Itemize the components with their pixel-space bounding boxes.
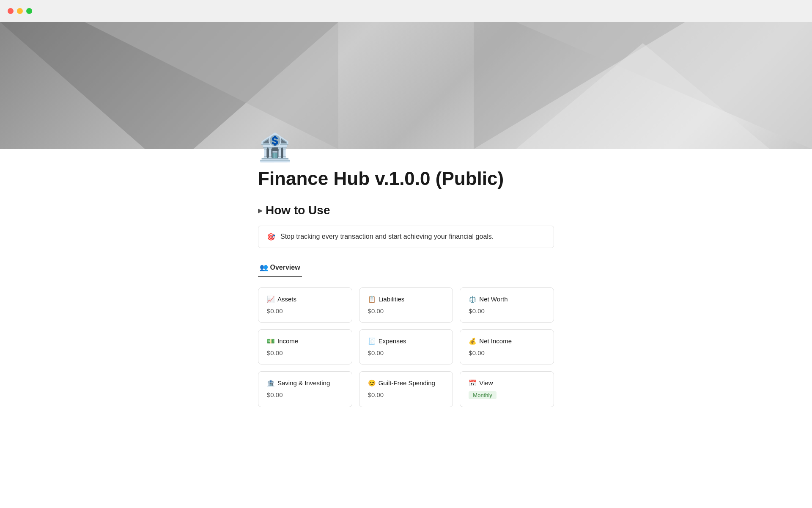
card-view-monthly[interactable]: 📅 View Monthly bbox=[460, 371, 554, 407]
close-button[interactable] bbox=[8, 8, 14, 14]
net-income-value: $0.00 bbox=[469, 349, 545, 356]
expenses-icon: 🧾 bbox=[368, 337, 376, 345]
saving-label: Saving & Investing bbox=[277, 379, 330, 387]
net-income-label: Net Income bbox=[479, 337, 512, 345]
main-content: 🏦 Finance Hub v.1.0.0 (Public) ▸ How to … bbox=[241, 134, 571, 433]
minimize-button[interactable] bbox=[17, 8, 23, 14]
net-worth-value: $0.00 bbox=[469, 307, 545, 315]
how-to-use-heading: How to Use bbox=[266, 204, 330, 217]
tab-overview[interactable]: 👥 Overview bbox=[258, 260, 302, 277]
card-net-income[interactable]: 💰 Net Income $0.00 bbox=[460, 329, 554, 364]
expenses-value: $0.00 bbox=[368, 349, 444, 356]
toggle-arrow-icon: ▸ bbox=[258, 205, 262, 215]
expenses-label: Expenses bbox=[379, 337, 406, 345]
card-expenses[interactable]: 🧾 Expenses $0.00 bbox=[359, 329, 453, 364]
card-guilt-free-spending[interactable]: 😊 Guilt-Free Spending $0.00 bbox=[359, 371, 453, 407]
liabilities-label: Liabilities bbox=[379, 295, 405, 303]
guilt-free-value: $0.00 bbox=[368, 391, 444, 398]
assets-value: $0.00 bbox=[267, 307, 343, 315]
tabs-row: 👥 Overview bbox=[258, 260, 554, 277]
card-expenses-title: 🧾 Expenses bbox=[368, 337, 444, 345]
card-liabilities[interactable]: 📋 Liabilities $0.00 bbox=[359, 287, 453, 323]
card-assets-title: 📈 Assets bbox=[267, 295, 343, 303]
card-net-worth[interactable]: ⚖️ Net Worth $0.00 bbox=[460, 287, 554, 323]
saving-icon: 🏦 bbox=[267, 379, 275, 387]
callout-box: 🎯 Stop tracking every transaction and st… bbox=[258, 226, 554, 248]
tab-overview-label: 👥 Overview bbox=[260, 263, 300, 271]
how-to-use-section-header[interactable]: ▸ How to Use bbox=[258, 204, 554, 217]
view-value: Monthly bbox=[469, 391, 545, 399]
hero-banner bbox=[0, 22, 812, 149]
card-assets[interactable]: 📈 Assets $0.00 bbox=[258, 287, 352, 323]
card-liabilities-title: 📋 Liabilities bbox=[368, 295, 444, 303]
card-net-worth-title: ⚖️ Net Worth bbox=[469, 295, 545, 303]
callout-icon: 🎯 bbox=[267, 233, 275, 241]
net-worth-label: Net Worth bbox=[479, 295, 508, 303]
card-income-title: 💵 Income bbox=[267, 337, 343, 345]
card-saving-investing-title: 🏦 Saving & Investing bbox=[267, 379, 343, 387]
title-bar bbox=[0, 0, 812, 22]
card-saving-investing[interactable]: 🏦 Saving & Investing $0.00 bbox=[258, 371, 352, 407]
assets-label: Assets bbox=[277, 295, 296, 303]
page-icon: 🏦 bbox=[258, 134, 554, 161]
monthly-badge: Monthly bbox=[469, 391, 497, 399]
cards-grid: 📈 Assets $0.00 📋 Liabilities $0.00 ⚖️ Ne… bbox=[258, 287, 554, 407]
saving-value: $0.00 bbox=[267, 391, 343, 398]
view-label: View bbox=[479, 379, 493, 387]
view-icon: 📅 bbox=[469, 379, 477, 387]
liabilities-value: $0.00 bbox=[368, 307, 444, 315]
maximize-button[interactable] bbox=[26, 8, 32, 14]
card-net-income-title: 💰 Net Income bbox=[469, 337, 545, 345]
guilt-free-icon: 😊 bbox=[368, 379, 376, 387]
net-income-icon: 💰 bbox=[469, 337, 477, 345]
card-guilt-free-spending-title: 😊 Guilt-Free Spending bbox=[368, 379, 444, 387]
income-label: Income bbox=[277, 337, 298, 345]
income-icon: 💵 bbox=[267, 337, 275, 345]
card-income[interactable]: 💵 Income $0.00 bbox=[258, 329, 352, 364]
callout-text: Stop tracking every transaction and star… bbox=[280, 233, 494, 240]
assets-icon: 📈 bbox=[267, 295, 275, 303]
guilt-free-label: Guilt-Free Spending bbox=[379, 379, 435, 387]
income-value: $0.00 bbox=[267, 349, 343, 356]
card-view-title: 📅 View bbox=[469, 379, 545, 387]
liabilities-icon: 📋 bbox=[368, 295, 376, 303]
net-worth-icon: ⚖️ bbox=[469, 295, 477, 303]
page-title: Finance Hub v.1.0.0 (Public) bbox=[258, 168, 554, 190]
